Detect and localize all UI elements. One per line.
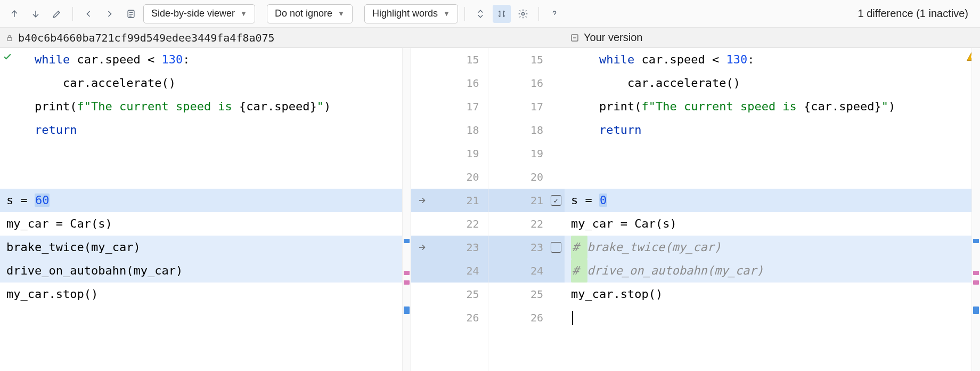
right-code-pane[interactable]: while car.speed < 130: car.accelerate() … [565, 48, 980, 371]
highlight-mode-dropdown[interactable]: Highlight words ▼ [364, 4, 458, 23]
ignore-mode-dropdown[interactable]: Do not ignore ▼ [267, 4, 353, 23]
apply-change-icon[interactable] [416, 195, 428, 206]
svg-rect-2 [7, 37, 12, 41]
code-line[interactable]: s = 60 [0, 189, 411, 212]
help-button[interactable] [545, 5, 564, 23]
apply-change-icon[interactable] [416, 241, 428, 253]
line-number[interactable]: 18 [411, 118, 488, 142]
chevron-down-icon: ▼ [240, 10, 247, 18]
line-number[interactable]: 25 [488, 283, 565, 306]
code-line[interactable]: while car.speed < 130: [0, 48, 411, 71]
code-line[interactable]: return [0, 118, 411, 142]
svg-point-1 [521, 12, 524, 15]
lock-icon [5, 34, 14, 42]
viewer-mode-dropdown[interactable]: Side-by-side viewer ▼ [143, 4, 255, 23]
line-number[interactable]: 24 [488, 259, 565, 283]
viewer-mode-label: Side-by-side viewer [151, 8, 235, 19]
nav-back-button[interactable] [79, 5, 97, 23]
line-number-gutter: 151617181920212223242526 151617181920212… [411, 48, 565, 371]
line-number[interactable]: 25 [411, 283, 488, 306]
code-line[interactable]: car.accelerate() [565, 71, 980, 95]
code-line[interactable]: print(f"The current speed is {car.speed}… [565, 95, 980, 118]
chevron-down-icon: ▼ [338, 10, 345, 18]
chevron-down-icon: ▼ [443, 10, 450, 18]
nav-forward-button[interactable] [101, 5, 119, 23]
diff-body: while car.speed < 130: car.accelerate() … [0, 48, 980, 371]
accept-checkbox[interactable] [551, 242, 561, 253]
diff-count-label: 1 difference (1 inactive) [858, 7, 975, 20]
left-code-pane[interactable]: while car.speed < 130: car.accelerate() … [0, 48, 411, 371]
separator [538, 7, 539, 21]
line-number[interactable]: 23 [488, 236, 565, 259]
left-panel-title: b40c6b4660ba721cf99d549edee3449fa4f8a075 [18, 31, 275, 44]
right-panel-title: Your version [584, 31, 642, 44]
ignore-mode-label: Do not ignore [275, 8, 332, 19]
line-number[interactable]: 20 [488, 165, 565, 189]
line-number[interactable]: 26 [488, 306, 565, 329]
code-line[interactable]: my_car.stop() [565, 283, 980, 306]
right-minimap[interactable] [971, 48, 980, 371]
line-number[interactable]: 26 [411, 306, 488, 329]
prev-diff-button[interactable] [5, 5, 23, 23]
text-cursor [572, 311, 573, 325]
line-number[interactable]: 24 [411, 259, 488, 283]
code-line[interactable] [0, 165, 411, 189]
settings-button[interactable] [514, 5, 532, 23]
line-number[interactable]: 19 [488, 142, 565, 165]
right-panel-header: Your version [565, 28, 980, 47]
code-line[interactable]: car.accelerate() [0, 71, 411, 95]
code-line[interactable]: my_car.stop() [0, 283, 411, 306]
code-line[interactable]: while car.speed < 130: [565, 48, 980, 71]
code-line[interactable] [565, 165, 980, 189]
line-number[interactable]: 21 [488, 189, 565, 212]
file-list-button[interactable] [122, 5, 140, 23]
code-line[interactable]: # brake_twice(my_car) [565, 236, 980, 259]
line-number[interactable]: 19 [411, 142, 488, 165]
code-line[interactable] [565, 306, 980, 329]
code-line[interactable]: s = 0 [565, 189, 980, 212]
code-line[interactable]: print(f"The current speed is {car.speed}… [0, 95, 411, 118]
code-line[interactable]: # drive_on_autobahn(my_car) [565, 259, 980, 283]
line-number[interactable]: 18 [488, 118, 565, 142]
code-line[interactable] [565, 142, 980, 165]
code-line[interactable] [0, 142, 411, 165]
accept-checkbox-checked[interactable] [551, 195, 561, 206]
separator [464, 7, 465, 21]
code-line[interactable]: return [565, 118, 980, 142]
left-minimap[interactable] [402, 48, 411, 371]
line-number[interactable]: 16 [488, 71, 565, 95]
highlight-mode-label: Highlight words [372, 8, 438, 19]
collapse-icon[interactable] [570, 33, 579, 43]
line-number[interactable]: 15 [488, 48, 565, 71]
edit-button[interactable] [48, 5, 66, 23]
line-number[interactable]: 22 [488, 212, 565, 236]
line-number[interactable]: 22 [411, 212, 488, 236]
code-line[interactable]: drive_on_autobahn(my_car) [0, 259, 411, 283]
next-diff-button[interactable] [27, 5, 45, 23]
code-line[interactable]: my_car = Car(s) [565, 212, 980, 236]
left-panel-header: b40c6b4660ba721cf99d549edee3449fa4f8a075 [0, 28, 411, 47]
line-number[interactable]: 17 [488, 95, 565, 118]
panel-headers: b40c6b4660ba721cf99d549edee3449fa4f8a075… [0, 28, 980, 48]
line-number[interactable]: 23 [411, 236, 488, 259]
line-number[interactable]: 16 [411, 71, 488, 95]
line-number[interactable]: 21 [411, 189, 488, 212]
sync-scroll-button[interactable] [493, 5, 511, 23]
code-line[interactable] [0, 306, 411, 329]
line-number[interactable]: 20 [411, 165, 488, 189]
collapse-unchanged-button[interactable] [471, 5, 489, 23]
code-line[interactable]: brake_twice(my_car) [0, 236, 411, 259]
diff-toolbar: Side-by-side viewer ▼ Do not ignore ▼ Hi… [0, 0, 980, 28]
line-number[interactable]: 17 [411, 95, 488, 118]
line-number[interactable]: 15 [411, 48, 488, 71]
separator [72, 7, 73, 21]
code-line[interactable]: my_car = Car(s) [0, 212, 411, 236]
